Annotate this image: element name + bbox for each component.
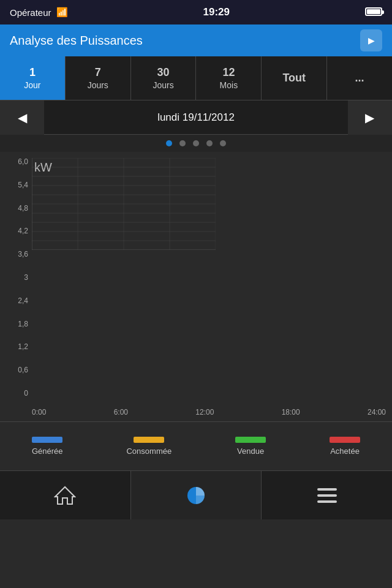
x-label-3: 18:00 bbox=[282, 408, 300, 417]
page-dot-0 bbox=[166, 140, 172, 146]
legend-label-vendue: Vendue bbox=[237, 447, 264, 456]
x-label-4: 24:00 bbox=[368, 408, 386, 417]
status-bar: Opérateur 📶 19:29 bbox=[0, 0, 392, 24]
y-label-7: 1,8 bbox=[18, 320, 28, 328]
y-label-0: 6,0 bbox=[18, 158, 28, 165]
legend-color-consommee bbox=[134, 437, 164, 443]
legend-item-vendue: Vendue bbox=[235, 437, 266, 456]
period-tab-12mois[interactable]: 12Mois bbox=[196, 56, 262, 100]
legend-color-vendue bbox=[235, 437, 266, 443]
legend-color-achetee bbox=[330, 437, 360, 443]
bottom-nav-menu[interactable] bbox=[262, 471, 392, 519]
chart-svg bbox=[32, 158, 216, 250]
page-title: Analyse des Puissances bbox=[10, 34, 143, 48]
bottom-nav bbox=[0, 470, 392, 519]
operator-label: Opérateur bbox=[10, 7, 51, 18]
svg-rect-19 bbox=[317, 494, 337, 497]
page-dot-1 bbox=[179, 140, 186, 146]
period-tab-tout[interactable]: Tout bbox=[262, 56, 327, 100]
page-dot-2 bbox=[193, 140, 199, 146]
home-icon bbox=[54, 484, 76, 507]
page-dot-4 bbox=[220, 140, 226, 146]
x-axis: 0:006:0012:0018:0024:00 bbox=[32, 408, 386, 417]
legend-color-generee bbox=[32, 437, 62, 443]
x-label-0: 0:00 bbox=[32, 408, 46, 417]
bottom-nav-chart[interactable] bbox=[131, 471, 262, 519]
legend-label-achetee: Achetée bbox=[330, 447, 360, 456]
x-label-1: 6:00 bbox=[114, 408, 128, 417]
y-label-6: 2,4 bbox=[18, 297, 28, 304]
page-indicators bbox=[0, 135, 392, 152]
legend-item-consommee: Consommée bbox=[126, 437, 172, 456]
play-button[interactable]: ▶ bbox=[360, 29, 382, 51]
y-label-8: 1,2 bbox=[18, 343, 28, 350]
title-bar: Analyse des Puissances ▶ bbox=[0, 24, 392, 56]
y-label-3: 4,2 bbox=[18, 227, 28, 235]
wifi-icon: 📶 bbox=[56, 7, 68, 18]
y-label-5: 3 bbox=[24, 274, 28, 281]
date-label: lundi 19/11/2012 bbox=[157, 111, 235, 124]
svg-rect-20 bbox=[317, 500, 337, 503]
battery-icon bbox=[365, 7, 382, 18]
legend-item-achetee: Achetée bbox=[330, 437, 360, 456]
prev-date-button[interactable]: ◀ bbox=[0, 100, 44, 135]
svg-rect-18 bbox=[317, 488, 337, 491]
page-dot-3 bbox=[206, 140, 213, 146]
x-label-2: 12:00 bbox=[195, 408, 214, 417]
menu-icon bbox=[316, 487, 338, 504]
chart-legend: Générée Consommée Vendue Achetée bbox=[0, 421, 392, 470]
svg-marker-16 bbox=[55, 487, 75, 504]
y-label-9: 0,6 bbox=[18, 366, 28, 374]
period-tab-1jour[interactable]: 1Jour bbox=[0, 56, 66, 100]
y-label-1: 5,4 bbox=[18, 181, 28, 189]
bottom-nav-home[interactable] bbox=[0, 471, 131, 519]
legend-label-generee: Générée bbox=[32, 447, 63, 456]
y-label-4: 3,6 bbox=[18, 251, 28, 258]
y-label-2: 4,8 bbox=[18, 205, 28, 212]
chart-icon bbox=[185, 484, 207, 507]
clock: 19:29 bbox=[203, 6, 230, 18]
status-left: Opérateur 📶 bbox=[10, 7, 68, 18]
y-label-10: 0 bbox=[24, 390, 28, 397]
legend-label-consommee: Consommée bbox=[126, 447, 172, 456]
legend-item-generee: Générée bbox=[32, 437, 63, 456]
y-axis: 6,05,44,84,23,632,41,81,20,60 bbox=[0, 158, 32, 397]
next-date-button[interactable]: ▶ bbox=[348, 100, 392, 135]
period-tab-more[interactable]: ... bbox=[327, 56, 392, 100]
date-nav: ◀ lundi 19/11/2012 ▶ bbox=[0, 100, 392, 135]
chart-container: kW 6,05,44,84,23,632,41,81,20,60 0:006:0 bbox=[0, 152, 392, 421]
period-tabs: 1Jour7Jours30Jours12MoisTout... bbox=[0, 56, 392, 100]
period-tab-7jours[interactable]: 7Jours bbox=[66, 56, 131, 100]
period-tab-30jours[interactable]: 30Jours bbox=[131, 56, 197, 100]
